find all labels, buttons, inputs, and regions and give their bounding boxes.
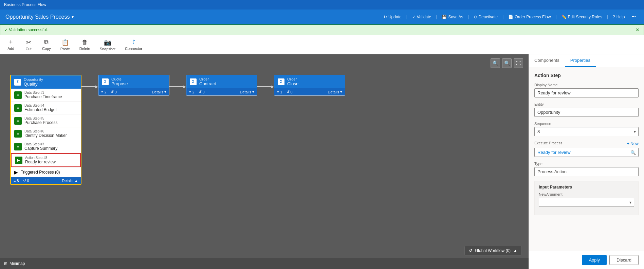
stage-contract-icon: Σ <box>190 78 197 85</box>
validate-icon: ✓ <box>412 15 416 19</box>
toolbar: + Add ✂ Cut ⧉ Copy 📋 Paste 🗑 Delete 📷 Sn… <box>0 35 644 54</box>
discard-button[interactable]: Discard <box>609 255 639 265</box>
stage-propose-wrapper: Σ Quote Propose ≡ 2 <box>98 75 169 96</box>
delete-button[interactable]: 🗑 Delete <box>75 37 94 52</box>
details-close-button[interactable]: Details ▾ <box>328 90 342 94</box>
snapshot-button[interactable]: 📷 Snapshot <box>96 37 119 52</box>
stage-contract-wrapper: Σ Order Contract ≡ 2 <box>186 75 257 96</box>
canvas[interactable]: 🔍 🔍 ⛶ Σ Opportunity Qualify <box>0 54 529 269</box>
stage-qualify-footer: ≡ 8 ↺ 0 Details ▲ <box>11 177 81 184</box>
list-item[interactable]: ≡ Data Step #7 Capture Summary <box>11 140 81 153</box>
sequence-field: Sequence 8 <box>534 122 639 136</box>
header: Opportunity Sales Process ▾ ↻ Update | ✓… <box>0 10 644 24</box>
validation-message: ✓ Validation successful. <box>4 28 48 32</box>
input-params-section: Input Parameters NewArgument <box>534 181 639 215</box>
panel-tabs: Components Properties <box>529 54 644 67</box>
new-argument-select[interactable] <box>539 198 634 207</box>
action-step-8[interactable]: ▶ Action Step #8 Ready for review <box>11 153 81 167</box>
workflow-icon: ↺ <box>469 248 472 253</box>
list-item[interactable]: ≡ Data Step #4 Estimated Budget <box>11 102 81 114</box>
details-button[interactable]: Details ▲ <box>62 179 78 183</box>
entity-field: Entity <box>534 102 639 117</box>
details-propose-button[interactable]: Details ▾ <box>152 90 166 94</box>
global-workflow-box[interactable]: ↺ Global Workflow (0) ▲ <box>464 246 522 255</box>
minimap-icon: ⊞ <box>4 261 7 266</box>
stage-contract[interactable]: Σ Order Contract ≡ 2 <box>186 75 257 96</box>
new-execute-link[interactable]: + New <box>627 141 639 146</box>
chevron-down-icon: ▾ <box>164 90 166 94</box>
copy-button[interactable]: ⧉ Copy <box>38 37 55 52</box>
snapshot-icon: 📷 <box>104 39 111 46</box>
top-bar: Business Process Flow <box>0 0 644 10</box>
chevron-up-icon: ▲ <box>74 179 78 183</box>
more-button[interactable]: ••• <box>629 13 639 21</box>
fit-screen-button[interactable]: ⛶ <box>514 58 523 68</box>
main-layout: 🔍 🔍 ⛶ Σ Opportunity Qualify <box>0 54 644 269</box>
order-process-flow-button[interactable]: 📄 Order Process Flow <box>505 13 553 21</box>
steps-icon: ≡ <box>189 90 191 94</box>
stage-qualify-body: ≡ Data Step #3 Purchase Timeframe ≡ Data… <box>11 89 81 177</box>
arrow-icon: ▶ <box>271 84 274 89</box>
data-step-icon: ≡ <box>14 143 22 150</box>
stage-qualify-wrapper: Σ Opportunity Qualify ≡ Data Step #3 <box>10 75 81 185</box>
execute-process-input[interactable] <box>534 148 639 157</box>
display-name-input[interactable] <box>534 88 639 97</box>
conditions-icon: ↺ <box>287 90 290 94</box>
deactivate-icon: ⊙ <box>474 15 477 19</box>
details-contract-button[interactable]: Details ▾ <box>240 90 254 94</box>
connector-icon: ⤴ <box>132 39 135 46</box>
save-as-button[interactable]: 💾 Save As <box>439 13 466 21</box>
tab-properties[interactable]: Properties <box>565 54 596 67</box>
chevron-down-icon[interactable]: ▾ <box>72 15 74 19</box>
validation-close-button[interactable]: ✕ <box>636 27 640 33</box>
flow-container: Σ Opportunity Qualify ≡ Data Step #3 <box>10 75 345 185</box>
paste-button[interactable]: 📋 Paste <box>56 37 74 52</box>
stage-close-header: Σ Order Close <box>274 75 345 88</box>
list-item[interactable]: ≡ Data Step #3 Purchase Timeframe <box>11 89 81 102</box>
entity-input[interactable] <box>534 108 639 117</box>
chevron-down-icon: ▾ <box>252 90 254 94</box>
check-icon: ✓ <box>4 28 8 32</box>
data-step-icon: ≡ <box>14 130 22 138</box>
steps-icon: ≡ <box>14 179 16 183</box>
right-panel: Components Properties Action Step Displa… <box>529 54 644 269</box>
action-step-icon: ▶ <box>15 157 22 164</box>
triggered-process[interactable]: ▶ Triggered Process (0) <box>11 167 81 177</box>
tab-components[interactable]: Components <box>529 54 565 67</box>
zoom-out-button[interactable]: 🔍 <box>491 58 500 68</box>
steps-icon: ≡ <box>277 90 279 94</box>
list-item[interactable]: ≡ Data Step #5 Purchase Process <box>11 114 81 127</box>
connector-2-3: ▶ <box>169 84 186 89</box>
flow-line <box>81 86 95 87</box>
add-button[interactable]: + Add <box>3 37 19 52</box>
update-button[interactable]: ↻ Update <box>381 13 404 21</box>
zoom-in-icon: 🔍 <box>504 60 510 66</box>
stage-propose[interactable]: Σ Quote Propose ≡ 2 <box>98 75 169 96</box>
minimap-bar: ⊞ Minimap <box>0 258 529 269</box>
minimap-button[interactable]: ⊞ Minimap <box>4 261 25 266</box>
connector-button[interactable]: ⤴ Connector <box>121 37 146 52</box>
deactivate-button[interactable]: ⊙ Deactivate <box>471 13 501 21</box>
validate-button[interactable]: ✓ Validate <box>409 13 434 21</box>
search-icon: 🔍 <box>630 150 636 155</box>
type-input[interactable] <box>534 167 639 176</box>
zoom-in-button[interactable]: 🔍 <box>502 58 512 68</box>
connector-1-2: ▶ <box>81 84 98 89</box>
process-title: Opportunity Sales Process <box>5 14 70 20</box>
edit-security-roles-button[interactable]: ✏️ Edit Security Roles <box>559 13 605 21</box>
list-item[interactable]: ≡ Data Step #6 Identify Decision Maker <box>11 127 81 140</box>
step-count: ≡ 8 <box>14 179 19 183</box>
stage-qualify[interactable]: Σ Opportunity Qualify ≡ Data Step #3 <box>10 75 81 185</box>
update-icon: ↻ <box>384 15 387 19</box>
sequence-select[interactable]: 8 <box>534 127 639 136</box>
stage-close-icon: Σ <box>278 78 284 85</box>
header-left: Opportunity Sales Process ▾ <box>5 14 74 20</box>
trigger-icon: ▶ <box>14 169 18 175</box>
connector-3-4: ▶ <box>257 84 274 89</box>
help-button[interactable]: ? Help <box>610 13 627 21</box>
cut-button[interactable]: ✂ Cut <box>20 37 37 52</box>
apply-button[interactable]: Apply <box>582 255 607 265</box>
stage-close[interactable]: Σ Order Close ≡ 1 <box>274 75 345 96</box>
stage-propose-header: Σ Quote Propose <box>98 75 169 88</box>
more-icon: ••• <box>631 15 636 19</box>
